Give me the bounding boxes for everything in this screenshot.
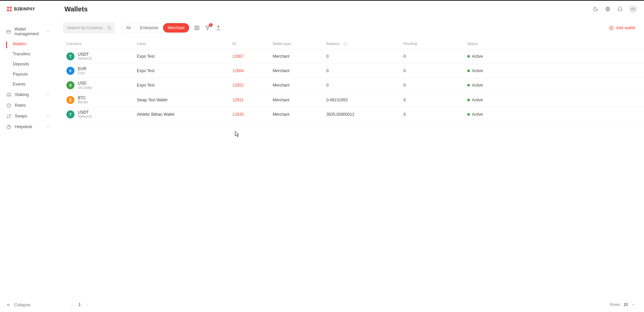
brand-icon [7, 6, 12, 12]
coin-symbol: USDT [78, 110, 92, 115]
th-label[interactable]: Label [137, 42, 232, 46]
globe-icon[interactable] [604, 6, 611, 12]
coin-icon: € [66, 67, 74, 75]
nav-swaps[interactable]: Swaps [0, 111, 56, 121]
wallet-icon [6, 29, 11, 34]
status-dot-icon [467, 69, 470, 72]
coin-fullname: US Dollar [78, 86, 92, 90]
svg-rect-0 [7, 7, 9, 8]
brand-logo[interactable]: B2BINPAY [7, 6, 57, 12]
chevron-down-icon [46, 125, 50, 129]
nav-staking[interactable]: Staking [0, 89, 56, 100]
wallet-type-filter: All Enterprise Merchant [121, 23, 190, 33]
pagination: 1 Rows 10 [63, 297, 644, 312]
sidebar-item-events[interactable]: Events [6, 79, 56, 89]
table-row[interactable]: TUSDTTetherUSAthletic Bilbao Wallet12630… [63, 107, 644, 122]
th-id[interactable]: ID [232, 42, 273, 46]
status-dot-icon [467, 99, 470, 101]
columns-icon[interactable] [194, 24, 200, 31]
cell-balance: 0 [326, 68, 404, 73]
staking-icon [6, 92, 11, 97]
sidebar-item-wallets[interactable]: Wallets [6, 39, 56, 49]
swaps-icon [6, 113, 11, 119]
sidebar-item-payouts[interactable]: Payouts [6, 69, 56, 79]
cell-id[interactable]: 12664 [232, 68, 273, 73]
cell-id[interactable]: 12631 [232, 98, 273, 102]
coin-fullname: TetherUS [78, 57, 92, 60]
cell-id[interactable]: 12630 [232, 112, 273, 117]
table-row[interactable]: €EUREuroExpo Test12664Merchant00Active [63, 64, 644, 78]
bell-icon[interactable] [616, 6, 623, 12]
brand-text: B2BINPAY [14, 7, 35, 11]
theme-toggle-icon[interactable] [592, 6, 599, 12]
status-dot-icon [467, 55, 470, 58]
next-page[interactable] [84, 301, 91, 308]
svg-rect-9 [195, 26, 199, 30]
filter-enterprise[interactable]: Enterprise [135, 23, 163, 33]
nav-rates[interactable]: Rates [0, 100, 56, 111]
coin-icon: T [66, 110, 74, 118]
collapse-sidebar[interactable]: Collapse [0, 298, 56, 312]
coin-icon: $ [66, 81, 74, 89]
prev-page[interactable] [68, 301, 76, 308]
cell-type: Merchant [273, 68, 326, 73]
cell-balance: 0.49131653 [326, 98, 404, 102]
filter-badge: 1 [209, 23, 213, 27]
cell-status: Active [467, 68, 518, 73]
cell-balance: 0 [326, 54, 404, 59]
nav-wallet-management[interactable]: Wallet management [0, 24, 56, 39]
table-row[interactable]: $USDUS DollarExpo Test12652Merchant00Act… [63, 78, 644, 93]
toolbar: All Enterprise Merchant 1 Add wallet [63, 17, 644, 38]
cell-pending: 0 [404, 98, 467, 102]
current-page: 1 [76, 302, 84, 307]
table-row[interactable]: ₿BTCBitcoinSwap Test Wallet12631Merchant… [63, 93, 644, 107]
cell-label: Athletic Bilbao Wallet [137, 112, 232, 117]
collapse-icon [6, 303, 11, 307]
svg-rect-5 [7, 30, 10, 33]
sidebar-item-deposits[interactable]: Deposits [6, 59, 56, 69]
cell-type: Merchant [273, 54, 326, 59]
svg-point-8 [108, 26, 110, 29]
wallets-table: Currency Label ID Wallet type Balance Pe… [63, 38, 644, 297]
cell-balance: 3635.00000012 [326, 112, 404, 117]
th-pending[interactable]: Pending [404, 42, 467, 46]
cell-label: Expo Test [137, 83, 232, 88]
cell-type: Merchant [273, 112, 326, 117]
add-wallet-button[interactable]: Add wallet [609, 25, 637, 31]
cell-pending: 0 [404, 68, 467, 73]
table-row[interactable]: TUSDTTetherUSExpo Test12667Merchant00Act… [63, 49, 644, 64]
cell-status: Active [467, 112, 518, 117]
top-bar: B2BINPAY Wallets VS [0, 1, 644, 17]
chevron-down-icon [46, 114, 50, 118]
th-balance[interactable]: Balance [326, 42, 404, 46]
filter-icon[interactable]: 1 [204, 24, 211, 31]
filter-all[interactable]: All [121, 23, 135, 33]
cell-label: Expo Test [137, 68, 232, 73]
cell-pending: 0 [404, 112, 467, 117]
chevron-down-icon [46, 93, 50, 97]
info-icon [343, 42, 347, 46]
export-icon[interactable] [215, 24, 222, 31]
sidebar: Wallet management Wallets Transfers Depo… [0, 17, 56, 312]
cell-label: Swap Test Wallet [137, 98, 232, 102]
svg-rect-2 [7, 9, 9, 11]
coin-symbol: USDT [78, 52, 92, 57]
coin-fullname: TetherUS [78, 115, 92, 118]
cell-label: Expo Test [137, 54, 232, 59]
cell-id[interactable]: 12652 [232, 83, 273, 88]
svg-rect-3 [10, 9, 11, 11]
th-status[interactable]: Status [467, 42, 518, 46]
status-dot-icon [467, 113, 470, 116]
th-type[interactable]: Wallet type [273, 42, 326, 46]
chevron-down-icon [631, 303, 635, 307]
th-currency[interactable]: Currency [66, 42, 137, 46]
nav-helpdesk[interactable]: Helpdesk [0, 121, 56, 132]
coin-icon: T [66, 52, 74, 60]
cell-id[interactable]: 12667 [232, 54, 273, 59]
rows-per-page[interactable]: Rows 10 [610, 302, 639, 307]
page-title: Wallets [64, 5, 88, 13]
plus-circle-icon [609, 25, 614, 31]
user-avatar[interactable]: VS [629, 5, 637, 13]
sidebar-item-transfers[interactable]: Transfers [6, 49, 56, 59]
filter-merchant[interactable]: Merchant [163, 23, 189, 33]
